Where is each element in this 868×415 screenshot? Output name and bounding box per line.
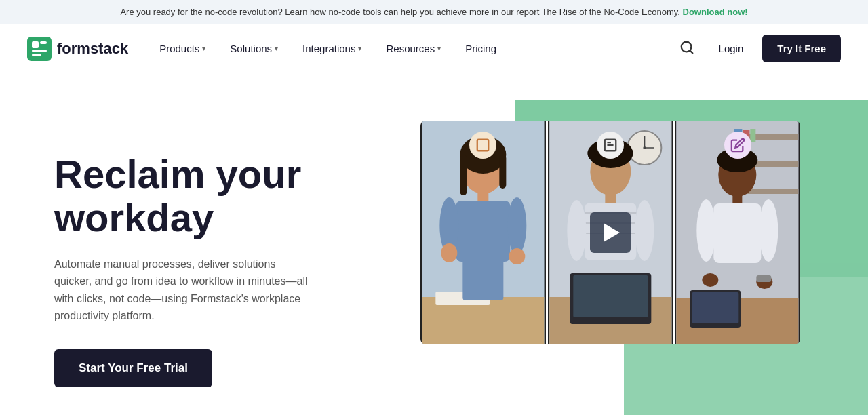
search-button[interactable]	[674, 35, 700, 62]
svg-rect-7	[477, 140, 489, 151]
hero-text-block: Reclaim your workday Automate manual pro…	[54, 153, 393, 387]
video-panel	[420, 121, 800, 344]
nav-actions: Login Try It Free	[674, 35, 841, 62]
hero-section: Reclaim your workday Automate manual pro…	[0, 73, 868, 415]
hero-visual	[393, 100, 868, 415]
svg-rect-0	[27, 37, 52, 61]
svg-rect-37	[605, 192, 616, 204]
sign-icon	[597, 132, 624, 159]
video-col-3	[673, 121, 800, 344]
svg-point-65	[703, 273, 719, 287]
nav-pricing[interactable]: Pricing	[454, 37, 507, 60]
announcement-bar: Are you ready for the no-code revolution…	[0, 0, 868, 24]
svg-rect-67	[757, 275, 772, 282]
svg-rect-70	[692, 292, 739, 323]
try-it-free-button[interactable]: Try It Free	[762, 35, 841, 62]
svg-rect-3	[32, 50, 47, 52]
svg-point-18	[441, 243, 457, 262]
svg-rect-4	[32, 54, 41, 56]
svg-point-19	[509, 248, 525, 264]
navbar: formstack Products ▾ Solutions ▾ Integra…	[0, 24, 868, 73]
logo-text: formstack	[57, 40, 128, 58]
play-triangle-icon	[604, 223, 620, 242]
video-col-2	[546, 121, 673, 344]
solutions-chevron-icon: ▾	[275, 45, 278, 52]
svg-point-17	[507, 197, 526, 254]
svg-point-63	[697, 199, 716, 262]
svg-rect-15	[456, 201, 510, 262]
announcement-text: Are you ready for the no-code revolution…	[120, 7, 680, 17]
integrations-chevron-icon: ▾	[358, 45, 361, 52]
form-icon	[469, 132, 496, 159]
search-icon	[679, 40, 694, 55]
svg-rect-61	[733, 194, 743, 205]
pencil-icon	[730, 138, 745, 153]
logo[interactable]: formstack	[27, 37, 128, 61]
logo-icon	[27, 37, 52, 61]
svg-rect-2	[40, 41, 47, 44]
nav-resources[interactable]: Resources ▾	[375, 37, 452, 60]
svg-rect-12	[460, 155, 467, 195]
svg-point-42	[567, 200, 586, 261]
products-chevron-icon: ▾	[202, 45, 205, 52]
announcement-link[interactable]: Download now!	[683, 7, 748, 17]
hero-description: Automate manual processes, deliver solut…	[54, 256, 312, 325]
svg-rect-56	[751, 129, 756, 142]
play-button[interactable]	[590, 212, 631, 253]
edit-icon	[724, 132, 751, 159]
nav-solutions[interactable]: Solutions ▾	[219, 37, 289, 60]
form-square-icon	[475, 138, 490, 153]
svg-line-6	[690, 50, 692, 53]
resources-chevron-icon: ▾	[437, 45, 441, 52]
hero-title: Reclaim your workday	[54, 153, 393, 239]
svg-rect-22	[462, 260, 503, 300]
svg-rect-13	[499, 155, 506, 189]
svg-rect-14	[477, 190, 488, 202]
sign-square-icon	[603, 138, 618, 153]
nav-integrations[interactable]: Integrations ▾	[292, 37, 372, 60]
cta-button[interactable]: Start Your Free Trial	[54, 349, 212, 387]
nav-links: Products ▾ Solutions ▾ Integrations ▾ Re…	[149, 37, 673, 60]
svg-rect-1	[32, 41, 39, 48]
nav-products[interactable]: Products ▾	[149, 37, 216, 60]
svg-point-43	[635, 200, 654, 261]
video-col-1	[420, 121, 546, 344]
svg-rect-62	[714, 203, 762, 263]
svg-point-64	[760, 199, 778, 262]
login-button[interactable]: Login	[711, 37, 752, 60]
svg-rect-48	[573, 275, 648, 317]
